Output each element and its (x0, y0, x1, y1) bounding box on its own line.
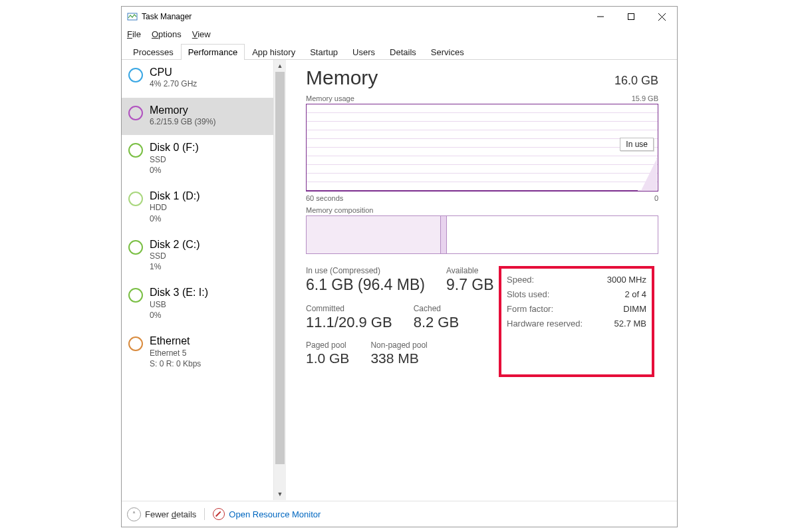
tab-app-history[interactable]: App history (245, 44, 303, 60)
chart-axis-left: 60 seconds (306, 194, 343, 202)
tab-processes[interactable]: Processes (126, 44, 181, 60)
minimize-button[interactable] (585, 7, 616, 27)
memory-panel: Memory 16.0 GB Memory usage 15.9 GB In u… (286, 60, 677, 500)
window-title: Task Manager (142, 12, 192, 21)
chart-in-use-badge: In use (620, 138, 654, 151)
ethernet-icon (128, 336, 143, 351)
stat-paged-label: Paged pool (306, 340, 349, 350)
maximize-button[interactable] (616, 7, 646, 27)
open-resource-monitor-link[interactable]: Open Resource Monitor (213, 508, 321, 520)
memory-specs-box: Speed:3000 MHz Slots used:2 of 4 Form fa… (499, 266, 654, 377)
sidebar-item-sub: 6.2/15.9 GB (39%) (150, 116, 215, 127)
page-title: Memory (306, 66, 378, 89)
memory-icon (128, 106, 143, 120)
sidebar-item-label: Memory (150, 104, 215, 116)
resource-monitor-icon (213, 508, 225, 520)
disk-icon (128, 240, 143, 255)
stat-paged-value: 1.0 GB (306, 350, 349, 367)
chart-label-left: Memory usage (306, 94, 354, 102)
sidebar-item-sub2: 0% (150, 310, 208, 321)
sidebar-item-disk0[interactable]: Disk 0 (F:) SSD 0% (122, 135, 273, 184)
stat-committed-label: Committed (306, 304, 392, 313)
menu-file[interactable]: File (127, 29, 141, 39)
sidebar-item-sub: USB (150, 299, 208, 310)
spec-speed-label: Speed: (507, 273, 534, 287)
stat-cached-label: Cached (414, 304, 459, 313)
spec-form-label: Form factor: (507, 302, 553, 317)
chart-axis-right: 0 (654, 194, 658, 202)
chart-label-right: 15.9 GB (632, 94, 658, 102)
disk-icon (128, 143, 143, 158)
menu-view[interactable]: View (192, 29, 211, 39)
sidebar-item-cpu[interactable]: CPU 4% 2.70 GHz (122, 60, 273, 98)
footer: ˄ Fewer details Open Resource Monitor (122, 501, 677, 527)
scroll-down-icon[interactable]: ▼ (274, 488, 286, 500)
spec-hw-value: 52.7 MB (614, 317, 646, 331)
svg-rect-2 (628, 14, 634, 20)
sidebar-item-disk2[interactable]: Disk 2 (C:) SSD 1% (122, 232, 273, 281)
scroll-thumb[interactable] (275, 72, 285, 464)
tab-users[interactable]: Users (345, 44, 382, 60)
stat-nonpaged-value: 338 MB (370, 350, 427, 367)
sidebar-scrollbar[interactable]: ▲ ▼ (273, 60, 286, 500)
stat-available-label: Available (446, 266, 494, 275)
sidebar-item-label: Disk 1 (D:) (150, 190, 200, 202)
sidebar-item-sub: 4% 2.70 GHz (150, 78, 197, 89)
sidebar-item-sub: SSD (150, 154, 199, 165)
chevron-up-icon: ˄ (127, 507, 141, 521)
stat-in-use-label: In use (Compressed) (306, 266, 425, 275)
sidebar-item-ethernet[interactable]: Ethernet Ethernet 5 S: 0 R: 0 Kbps (122, 329, 273, 377)
sidebar-item-disk1[interactable]: Disk 1 (D:) HDD 0% (122, 184, 273, 232)
stat-available-value: 9.7 GB (446, 275, 494, 295)
stat-in-use-value: 6.1 GB (96.4 MB) (306, 275, 425, 295)
task-manager-window: Task Manager File Options View Processes… (121, 6, 678, 527)
menu-options[interactable]: Options (152, 29, 182, 39)
sidebar-item-sub2: 1% (150, 261, 200, 272)
sidebar-item-sub: HDD (150, 202, 200, 213)
sidebar-item-disk3[interactable]: Disk 3 (E: I:) USB 0% (122, 280, 273, 329)
tab-performance[interactable]: Performance (181, 44, 245, 60)
spec-hw-label: Hardware reserved: (507, 317, 583, 331)
app-icon (127, 11, 138, 22)
disk-icon (128, 192, 143, 206)
performance-sidebar: CPU 4% 2.70 GHz Memory 6.2/15.9 GB (39%)… (122, 60, 273, 500)
tabstrip: Processes Performance App history Startu… (122, 44, 677, 60)
spec-slots-label: Slots used: (507, 287, 549, 302)
sidebar-item-sub: Ethernet 5 (150, 348, 201, 358)
cpu-icon (128, 68, 143, 82)
tab-startup[interactable]: Startup (303, 44, 345, 60)
tab-details[interactable]: Details (382, 44, 424, 60)
divider (204, 508, 205, 520)
sidebar-item-label: Disk 3 (E: I:) (150, 287, 208, 299)
sidebar-item-memory[interactable]: Memory 6.2/15.9 GB (39%) (122, 98, 273, 136)
sidebar-item-sub: SSD (150, 251, 200, 261)
stat-nonpaged-label: Non-paged pool (370, 340, 427, 350)
menubar: File Options View (122, 27, 677, 44)
composition-label: Memory composition (306, 206, 658, 214)
sidebar-item-sub2: 0% (150, 213, 200, 224)
fewer-details-button[interactable]: ˄ Fewer details (127, 507, 196, 521)
sidebar-item-label: Ethernet (150, 335, 201, 347)
sidebar-item-label: CPU (150, 66, 197, 78)
memory-composition-chart[interactable] (306, 215, 658, 254)
spec-form-value: DIMM (623, 302, 646, 317)
tab-services[interactable]: Services (424, 44, 471, 60)
disk-icon (128, 288, 143, 303)
stat-cached-value: 8.2 GB (414, 313, 459, 332)
sidebar-item-sub2: 0% (150, 165, 199, 176)
titlebar: Task Manager (122, 7, 677, 27)
sidebar-item-sub2: S: 0 R: 0 Kbps (150, 358, 201, 369)
close-button[interactable] (646, 7, 677, 27)
spec-speed-value: 3000 MHz (607, 273, 646, 287)
stat-committed-value: 11.1/20.9 GB (306, 313, 392, 332)
memory-usage-chart[interactable]: In use (306, 104, 658, 192)
spec-slots-value: 2 of 4 (624, 287, 646, 302)
scroll-up-icon[interactable]: ▲ (274, 60, 286, 72)
memory-capacity: 16.0 GB (614, 74, 658, 88)
sidebar-item-label: Disk 2 (C:) (150, 239, 200, 251)
sidebar-item-label: Disk 0 (F:) (150, 142, 199, 154)
